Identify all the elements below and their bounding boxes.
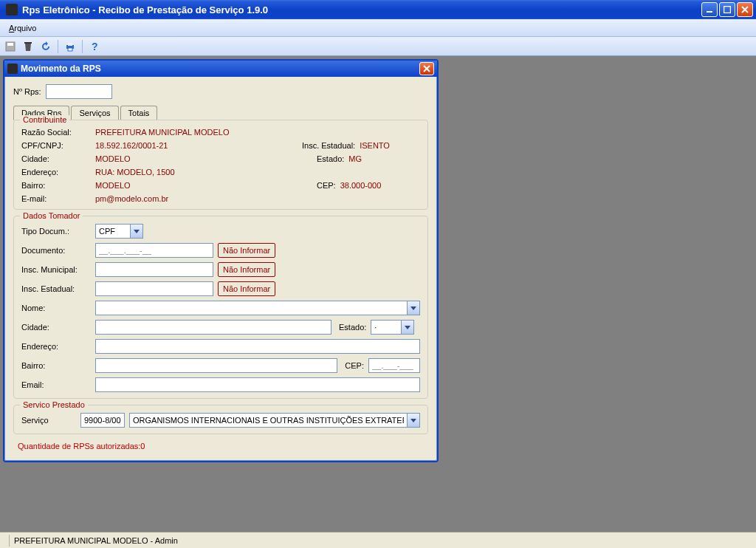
nrps-label: Nº Rps:	[13, 87, 41, 96]
cep-tom-input[interactable]	[368, 358, 420, 373]
bairro-tom-label: Bairro:	[21, 361, 95, 370]
insc-estadual-nao-informar-button[interactable]: Não Informar	[218, 281, 275, 296]
estado-tom-label: Estado:	[339, 323, 366, 332]
tipo-docum-label: Tipo Docum.:	[21, 227, 95, 236]
fieldset-dados-tomador: Dados Tomador Tipo Docum.: Documento: Nã…	[13, 216, 428, 399]
razao-social-label: Razão Social:	[21, 128, 95, 137]
statusbar-text: PREFEITURA MUNICIPAL MODELO - Admin	[14, 536, 178, 545]
inner-app-icon	[7, 64, 18, 74]
cidade-tom-label: Cidade:	[21, 323, 95, 332]
documento-input[interactable]	[95, 243, 213, 258]
servico-codigo-input[interactable]	[80, 413, 125, 428]
insc-estadual-label: Insc. Estadual:	[302, 141, 355, 150]
inner-window-movimento-rps: Movimento da RPS Nº Rps: Dados Rps Servi…	[3, 59, 439, 462]
toolbar-separator	[58, 40, 58, 53]
bairro-value: MODELO	[95, 181, 317, 190]
endereco-label: Endereço:	[21, 168, 95, 177]
nrps-input[interactable]	[46, 84, 112, 99]
cidade-label: Cidade:	[21, 154, 95, 163]
email-value: pm@modelo.com.br	[95, 194, 168, 203]
mdi-area: Movimento da RPS Nº Rps: Dados Rps Servi…	[0, 56, 756, 532]
cep-value: 38.000-000	[340, 181, 382, 190]
insc-estadual-tom-label: Insc. Estadual:	[21, 284, 95, 293]
svg-rect-3	[7, 43, 13, 46]
legend-servico: Servico Prestado	[20, 400, 88, 409]
endereco-tom-input[interactable]	[95, 339, 420, 354]
insc-estadual-tom-input[interactable]	[95, 281, 213, 296]
menubar: Arquivo	[0, 19, 756, 37]
insc-municipal-label: Insc. Municipal:	[21, 265, 95, 274]
toolbar: ?	[0, 37, 756, 56]
insc-estadual-value: ISENTO	[360, 141, 390, 150]
endereco-value: RUA: MODELO, 1500	[95, 168, 175, 177]
legend-dados-tomador: Dados Tomador	[20, 211, 83, 220]
insc-municipal-nao-informar-button[interactable]: Não Informar	[218, 262, 275, 277]
menu-arquivo[interactable]: Arquivo	[3, 22, 42, 34]
cidade-tom-input[interactable]	[95, 320, 331, 335]
documento-label: Documento:	[21, 246, 95, 255]
email-label: E-mail:	[21, 194, 95, 203]
app-icon	[6, 4, 18, 16]
servico-descricao-input[interactable]	[129, 413, 408, 428]
cep-tom-label: CEP:	[345, 361, 364, 370]
maximize-button[interactable]	[719, 2, 735, 17]
close-button[interactable]	[737, 2, 753, 17]
delete-icon[interactable]	[21, 39, 35, 54]
tab-servicos[interactable]: Serviços	[71, 106, 118, 120]
estado-label: Estado:	[317, 154, 344, 163]
estado-tom-combo[interactable]	[371, 320, 414, 335]
cep-label: CEP:	[317, 181, 336, 190]
statusbar: PREFEITURA MUNICIPAL MODELO - Admin	[0, 532, 756, 548]
tipo-docum-select[interactable]	[95, 224, 143, 239]
inner-title: Movimento da RPS	[21, 64, 101, 74]
svg-rect-0	[707, 11, 712, 13]
documento-nao-informar-button[interactable]: Não Informar	[218, 243, 275, 258]
insc-municipal-input[interactable]	[95, 262, 213, 277]
fieldset-servico-prestado: Servico Prestado Serviço	[13, 405, 428, 434]
nome-combo[interactable]	[95, 301, 420, 315]
svg-rect-4	[24, 42, 32, 44]
quantidade-rps-status: Quantidade de RPSs autorizadas:0	[13, 440, 428, 456]
svg-rect-6	[68, 43, 72, 46]
help-icon[interactable]: ?	[87, 39, 102, 54]
chevron-down-icon[interactable]	[408, 301, 420, 315]
save-icon[interactable]	[3, 39, 18, 54]
servico-descricao-combo[interactable]	[129, 413, 420, 428]
chevron-down-icon[interactable]	[408, 413, 420, 428]
bairro-label: Bairro:	[21, 181, 95, 190]
razao-social-value: PREFEITURA MUNICIPAL MODELO	[95, 128, 230, 137]
cpf-cnpj-value: 18.592.162/0001-21	[95, 141, 302, 150]
estado-value: MG	[348, 154, 362, 163]
tab-totais[interactable]: Totais	[120, 106, 158, 120]
fieldset-contribuinte: Contribuinte Razão Social: PREFEITURA MU…	[13, 120, 428, 210]
svg-rect-7	[68, 48, 72, 51]
toolbar-separator	[82, 40, 83, 53]
servico-label: Serviço	[21, 416, 80, 425]
nome-label: Nome:	[21, 304, 95, 312]
chevron-down-icon[interactable]	[131, 224, 143, 239]
app-title: Rps Eletrônico - Recibo de Prestação de …	[21, 4, 701, 16]
bairro-tom-input[interactable]	[95, 358, 338, 373]
svg-text:?: ?	[92, 41, 98, 52]
email-tom-input[interactable]	[95, 377, 420, 392]
legend-contribuinte: Contribuinte	[20, 115, 69, 124]
print-icon[interactable]	[63, 39, 78, 54]
inner-titlebar: Movimento da RPS	[4, 61, 437, 77]
inner-close-button[interactable]	[419, 62, 434, 75]
tabs: Dados Rps Serviços Totais	[9, 105, 433, 120]
svg-rect-1	[724, 7, 731, 13]
app-titlebar: Rps Eletrônico - Recibo de Prestação de …	[0, 0, 756, 19]
cidade-value: MODELO	[95, 154, 317, 163]
refresh-icon[interactable]	[38, 39, 53, 54]
email-tom-label: Email:	[21, 380, 95, 389]
chevron-down-icon[interactable]	[402, 320, 414, 335]
cpf-cnpj-label: CPF/CNPJ:	[21, 141, 95, 150]
endereco-tom-label: Endereço:	[21, 342, 95, 351]
nome-input[interactable]	[95, 301, 408, 315]
minimize-button[interactable]	[701, 2, 718, 17]
